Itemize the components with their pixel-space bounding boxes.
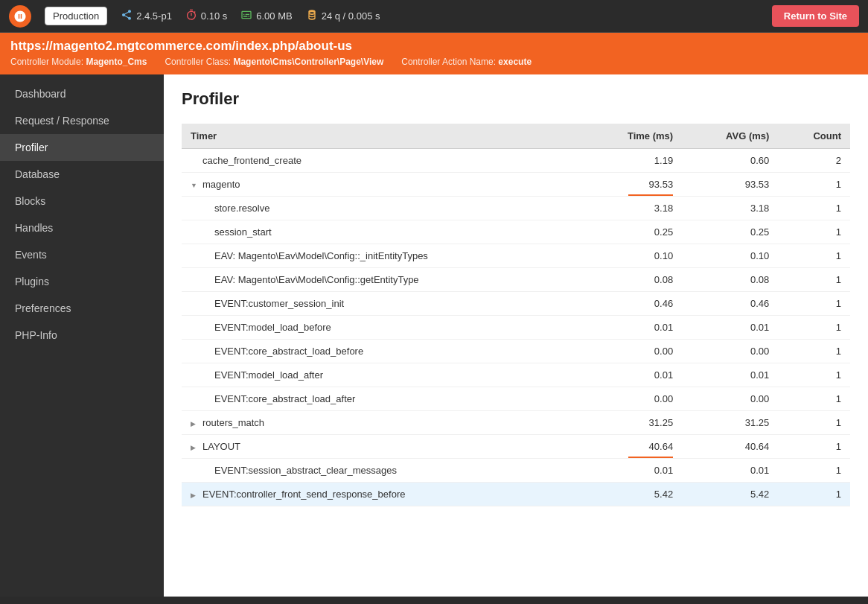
count-value: 1 [778, 220, 850, 244]
table-row[interactable]: ▶EVENT:controller_front_send_response_be… [182, 483, 850, 506]
count-value: 1 [778, 292, 850, 316]
table-row[interactable]: ▶LAYOUT40.6440.641 [182, 435, 850, 459]
controller-action: Controller Action Name: execute [401, 57, 532, 67]
timer-name: store.resolve [214, 203, 269, 214]
controller-module: Controller Module: Magento_Cms [10, 57, 147, 67]
count-value: 1 [778, 268, 850, 292]
timer-name: EAV: Magento\Eav\Model\Config::getEntity… [214, 274, 419, 285]
avg-value: 0.01 [682, 459, 778, 483]
sidebar-item-handles[interactable]: Handles [0, 214, 164, 241]
expand-arrow-icon[interactable]: ▼ [191, 182, 200, 189]
count-value: 1 [778, 363, 850, 387]
info-bar: https://magento2.mgtcommerce.com/index.p… [0, 33, 868, 74]
avg-value: 0.10 [682, 244, 778, 268]
timer-cell: ▶routers_match [182, 411, 582, 435]
avg-value: 93.53 [682, 173, 778, 197]
avg-value: 0.01 [682, 316, 778, 340]
time-value: 1.19 [582, 149, 682, 173]
return-to-site-button[interactable]: Return to Site [772, 5, 859, 27]
environment-button[interactable]: Production [45, 7, 107, 25]
sidebar: Dashboard Request / Response Profiler Da… [0, 74, 164, 597]
table-row[interactable]: EVENT:core_abstract_load_after0.000.001 [182, 387, 850, 411]
col-time: Time (ms) [582, 124, 682, 149]
timer-name: cache_frontend_create [202, 155, 301, 166]
table-row[interactable]: session_start0.250.251 [182, 220, 850, 244]
time-value: 0.00 [582, 340, 682, 363]
sidebar-item-plugins[interactable]: Plugins [0, 268, 164, 295]
avg-value: 0.00 [682, 387, 778, 411]
table-row[interactable]: EVENT:session_abstract_clear_messages0.0… [182, 459, 850, 483]
version-stat: 2.4.5-p1 [121, 9, 172, 23]
timer-name: EVENT:customer_session_init [214, 298, 344, 309]
timer-name: EVENT:controller_front_send_response_bef… [202, 489, 405, 500]
db-stat: 24 q / 0.005 s [306, 9, 380, 23]
table-row[interactable]: ▶routers_match31.2531.251 [182, 411, 850, 435]
table-row[interactable]: ▼magento93.5393.531 [182, 173, 850, 197]
sidebar-item-events[interactable]: Events [0, 241, 164, 268]
memory-icon [240, 9, 252, 23]
avg-value: 31.25 [682, 411, 778, 435]
count-value: 1 [778, 340, 850, 363]
timer-cell: EVENT:core_abstract_load_before [182, 340, 582, 363]
count-value: 1 [778, 197, 850, 220]
avg-value: 5.42 [682, 483, 778, 506]
timer-name: EVENT:model_load_before [214, 322, 331, 333]
timer-name: magento [202, 179, 240, 190]
profiler-table: Timer Time (ms) AVG (ms) Count cache_fro… [182, 124, 850, 506]
table-row[interactable]: EVENT:model_load_after0.010.011 [182, 363, 850, 387]
topbar: Production 2.4.5-p1 0.10 s 6.00 MB 24 q … [0, 0, 868, 33]
sidebar-item-preferences[interactable]: Preferences [0, 295, 164, 322]
table-row[interactable]: cache_frontend_create1.190.602 [182, 149, 850, 173]
col-count: Count [778, 124, 850, 149]
timer-cell: ▶LAYOUT [182, 435, 582, 459]
avg-value: 0.60 [682, 149, 778, 173]
table-row[interactable]: EVENT:customer_session_init0.460.461 [182, 292, 850, 316]
timer-cell: EAV: Magento\Eav\Model\Config::getEntity… [182, 268, 582, 292]
sidebar-item-php-info[interactable]: PHP-Info [0, 322, 164, 349]
time-value: 5.42 [582, 483, 682, 506]
sidebar-item-profiler[interactable]: Profiler [0, 134, 164, 161]
avg-value: 0.25 [682, 220, 778, 244]
col-timer: Timer [182, 124, 582, 149]
time-value: 0.08 [582, 268, 682, 292]
avg-value: 40.64 [682, 435, 778, 459]
table-row[interactable]: EAV: Magento\Eav\Model\Config::getEntity… [182, 268, 850, 292]
sidebar-item-database[interactable]: Database [0, 161, 164, 188]
timer-cell: store.resolve [182, 197, 582, 220]
expand-arrow-icon[interactable]: ▶ [191, 420, 200, 427]
controller-meta: Controller Module: Magento_Cms Controlle… [10, 57, 858, 67]
timer-cell: EVENT:session_abstract_clear_messages [182, 459, 582, 483]
count-value: 1 [778, 173, 850, 197]
time-value: 93.53 [582, 173, 682, 197]
expand-arrow-icon[interactable]: ▶ [191, 444, 200, 451]
table-row[interactable]: EAV: Magento\Eav\Model\Config::_initEnti… [182, 244, 850, 268]
avg-value: 0.00 [682, 340, 778, 363]
count-value: 1 [778, 316, 850, 340]
main-layout: Dashboard Request / Response Profiler Da… [0, 74, 868, 597]
timer-name: EVENT:core_abstract_load_before [214, 346, 363, 357]
timer-cell: EAV: Magento\Eav\Model\Config::_initEnti… [182, 244, 582, 268]
sidebar-item-request-response[interactable]: Request / Response [0, 107, 164, 134]
time-value: 0.10 [582, 244, 682, 268]
time-value: 0.01 [582, 363, 682, 387]
share-icon [121, 9, 133, 23]
time-value: 0.01 [582, 316, 682, 340]
sidebar-item-dashboard[interactable]: Dashboard [0, 80, 164, 107]
expand-arrow-icon[interactable]: ▶ [191, 492, 200, 499]
table-row[interactable]: EVENT:model_load_before0.010.011 [182, 316, 850, 340]
sidebar-item-blocks[interactable]: Blocks [0, 188, 164, 214]
table-row[interactable]: EVENT:core_abstract_load_before0.000.001 [182, 340, 850, 363]
count-value: 1 [778, 459, 850, 483]
database-icon [306, 9, 318, 23]
timer-name: EVENT:model_load_after [214, 369, 323, 381]
timer-cell: ▶EVENT:controller_front_send_response_be… [182, 483, 582, 506]
timer-name: EVENT:session_abstract_clear_messages [214, 465, 397, 476]
count-value: 2 [778, 149, 850, 173]
count-value: 1 [778, 244, 850, 268]
count-value: 1 [778, 435, 850, 459]
timer-name: EVENT:core_abstract_load_after [214, 393, 355, 404]
count-value: 1 [778, 411, 850, 435]
timer-name: routers_match [202, 417, 264, 428]
timer-name: EAV: Magento\Eav\Model\Config::_initEnti… [214, 250, 428, 261]
table-row[interactable]: store.resolve3.183.181 [182, 197, 850, 220]
